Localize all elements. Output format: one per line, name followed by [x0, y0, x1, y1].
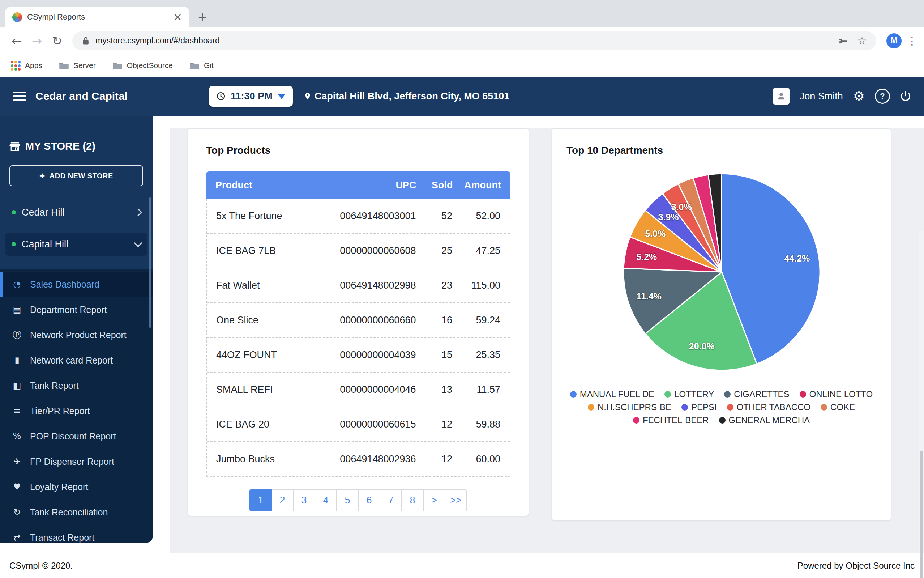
- window-scrollbar-thumb[interactable]: [920, 451, 923, 578]
- plus-icon: +: [39, 170, 45, 182]
- browser-profile-avatar[interactable]: M: [887, 33, 901, 49]
- clock-icon: [216, 91, 226, 101]
- table-row: ICE BAG 20000000000606151259.88: [207, 407, 510, 442]
- map-pin-icon: [304, 91, 312, 102]
- legend-label: OTHER TABACCO: [737, 402, 811, 412]
- legend-item-coke[interactable]: COKE: [820, 402, 855, 412]
- bookmark-server[interactable]: Server: [59, 61, 96, 70]
- legend-label: PEPSI: [691, 402, 717, 412]
- time-selector[interactable]: 11:30 PM: [209, 86, 293, 107]
- table-cell: ICE BAG 7LB: [207, 245, 319, 257]
- user-avatar[interactable]: [773, 88, 790, 104]
- page-button-8[interactable]: 8: [401, 489, 424, 511]
- sidebar-item-fp-dispenser-report[interactable]: ✈FP Dispenser Report: [0, 449, 152, 474]
- legend-item-n-h-scheprs-be[interactable]: N.H.SCHEPRS-BE: [588, 402, 671, 412]
- bookmark-objectsource[interactable]: ObjectSource: [112, 61, 173, 70]
- legend-item-manual-fuel-de[interactable]: MANUAL FUEL DE: [570, 389, 654, 399]
- table-cell: ICE BAG 20: [207, 419, 319, 430]
- page-button-7[interactable]: 7: [380, 489, 402, 511]
- pie-slice-label: 11.4%: [637, 291, 662, 301]
- table-cell: 52: [419, 211, 455, 222]
- bookmark-git[interactable]: Git: [189, 61, 214, 70]
- store-item-cedar-hill[interactable]: Cedar Hill: [5, 201, 147, 224]
- store-item-capital-hill[interactable]: Capital Hill: [5, 232, 147, 256]
- page-button-3[interactable]: 3: [293, 489, 315, 511]
- legend-row: N.H.SCHEPRS-BEPEPSIOTHER TABACCOCOKE: [588, 402, 855, 412]
- column-header-upc: UPC: [319, 180, 419, 191]
- sidebar-item-label: Network card Report: [30, 355, 113, 366]
- add-new-store-button[interactable]: + ADD NEW STORE: [10, 165, 143, 186]
- top-products-card: Top Products ProductUPCSoldAmount 5x The…: [188, 128, 529, 516]
- key-icon[interactable]: [837, 36, 848, 46]
- legend-item-other-tabacco[interactable]: OTHER TABACCO: [727, 402, 811, 412]
- forward-icon[interactable]: →: [27, 34, 47, 48]
- table-cell: 44OZ FOUNT: [207, 349, 319, 360]
- sidebar-item-pop-discount-report[interactable]: %POP Discount Report: [0, 424, 152, 449]
- my-store-label: MY STORE (2): [25, 140, 95, 152]
- new-tab-button[interactable]: +: [198, 10, 206, 24]
- table-cell: 16: [419, 315, 455, 326]
- help-icon[interactable]: ?: [875, 89, 890, 104]
- legend-item-general-mercha[interactable]: GENERAL MERCHA: [719, 415, 810, 425]
- site-favicon-icon: [12, 12, 22, 22]
- bookmark-label: Apps: [25, 61, 42, 70]
- page-button-4[interactable]: 4: [314, 489, 337, 511]
- legend-dot: [724, 391, 731, 398]
- tab-close-icon[interactable]: ×: [173, 11, 182, 23]
- table-cell: 00000000004046: [319, 384, 419, 395]
- legend-item-pepsi[interactable]: PEPSI: [681, 402, 717, 412]
- browser-tab[interactable]: CSympl Reports ×: [5, 7, 189, 27]
- settings-gear-icon[interactable]: ⚙: [853, 90, 865, 103]
- legend-row: FECHTEL-BEERGENERAL MERCHA: [633, 415, 810, 425]
- sidebar-item-tier-pr-report[interactable]: ≡Tier/PR Report: [0, 398, 152, 424]
- table-cell: 00000000060615: [319, 419, 419, 430]
- percent-icon: %: [11, 431, 23, 441]
- table-row: 44OZ FOUNT000000000040391525.35: [207, 338, 510, 373]
- sidebar: MY STORE (2) + ADD NEW STORE Cedar Hill …: [0, 116, 152, 542]
- tab-strip: CSympl Reports × +: [0, 0, 924, 27]
- sidebar-item-label: Tier/PR Report: [30, 406, 90, 416]
- bookmark-label: Git: [204, 61, 214, 70]
- legend-dot: [727, 404, 733, 411]
- sidebar-item-department-report[interactable]: ▤Department Report: [0, 297, 152, 322]
- legend-dot: [664, 391, 671, 398]
- sidebar-item-loyalty-report[interactable]: ♥Loyalty Report: [0, 474, 152, 500]
- bookmark-star-icon[interactable]: ☆: [857, 36, 867, 46]
- legend-label: LOTTERY: [674, 389, 714, 399]
- legend-item-online-lotto[interactable]: ONLINE LOTTO: [799, 389, 873, 399]
- sidebar-item-tank-report[interactable]: ◧Tank Report: [0, 373, 152, 398]
- sidebar-item-tank-reconciliation[interactable]: ↻Tank Reconciliation: [0, 500, 152, 525]
- sidebar-item-network-card-report[interactable]: ▮Network card Report: [0, 347, 152, 373]
- page-button-1[interactable]: 1: [249, 489, 272, 511]
- legend-item-lottery[interactable]: LOTTERY: [664, 389, 714, 399]
- column-header-product: Product: [206, 180, 319, 191]
- power-icon[interactable]: [900, 91, 911, 102]
- back-icon[interactable]: ←: [6, 34, 27, 48]
- page-button-6[interactable]: 6: [358, 489, 380, 511]
- sidebar-item-sales-dashboard[interactable]: ◔Sales Dashboard: [0, 272, 152, 297]
- sidebar-item-label: Department Report: [30, 305, 107, 315]
- sidebar-item-transact-report[interactable]: ⇄Transact Report: [0, 525, 152, 542]
- legend-item-fechtel-beer[interactable]: FECHTEL-BEER: [633, 415, 709, 425]
- legend-item-cigarettes[interactable]: CIGARETTES: [724, 389, 789, 399]
- page-button-5[interactable]: 5: [336, 489, 359, 511]
- hamburger-menu-icon[interactable]: [13, 91, 26, 101]
- sidebar-item-label: Sales Dashboard: [30, 279, 99, 290]
- sidebar-item-label: Loyalty Report: [30, 482, 88, 492]
- store-name: Cedar Hill: [22, 207, 65, 218]
- reload-icon[interactable]: ↻: [47, 34, 67, 48]
- sidebar-scrollbar-thumb[interactable]: [149, 198, 152, 328]
- page-button-2[interactable]: 2: [271, 489, 293, 511]
- table-row: SMALL REFI000000000040461311.57: [207, 373, 510, 407]
- my-store-heading: MY STORE (2): [10, 140, 143, 152]
- address-bar[interactable]: mystore.csympl.com/#/dashboard ☆: [72, 31, 876, 50]
- status-dot: [11, 210, 16, 214]
- last-page-button[interactable]: >>: [445, 489, 467, 511]
- next-page-button[interactable]: >: [423, 489, 445, 511]
- table-cell: SMALL REFI: [207, 384, 319, 395]
- table-row: Fat Wallet0064914800299823115.00: [207, 268, 510, 303]
- sidebar-item-network-product-report[interactable]: ⓅNetwork Product Report: [0, 322, 152, 347]
- bookmark-apps[interactable]: Apps: [11, 61, 42, 71]
- browser-menu-icon[interactable]: ⋮: [907, 34, 918, 47]
- tab-title: CSympl Reports: [27, 12, 168, 22]
